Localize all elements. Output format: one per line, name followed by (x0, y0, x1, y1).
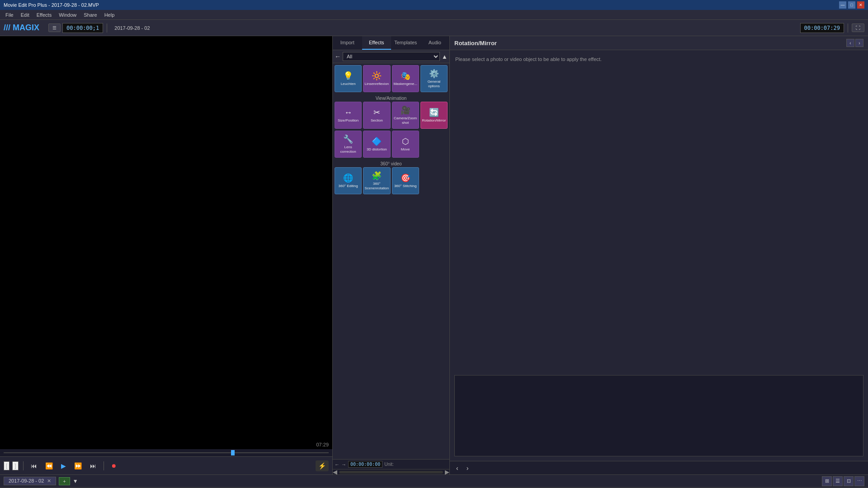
scroll-right[interactable]: ▶ (445, 469, 449, 475)
view-effects-row2: 🔧 Lens correction 🔷 3D distortion ⬡ Move (335, 131, 448, 158)
linsen-icon: 🔆 (372, 71, 382, 81)
menu-help[interactable]: Help (101, 11, 118, 19)
masken-icon: 🎭 (401, 71, 410, 81)
preview-controls: [ ] ⏮ ⏪ ▶ ⏩ ⏭ ⏺ ⚡ (0, 456, 332, 474)
360-stitch-label: 360° Stitching (394, 184, 416, 188)
prev-frame-button[interactable]: ⏪ (42, 460, 56, 471)
rotation-icon: 🔄 (429, 108, 439, 117)
effect-move[interactable]: ⬡ Move (392, 131, 419, 158)
filter-bar: ← All ▲ (333, 50, 449, 63)
minimize-button[interactable]: — (839, 1, 846, 9)
move-icon: ⬡ (402, 136, 409, 146)
right-panel: Rotation/Mirror ‹ › Please select a phot… (450, 36, 868, 474)
rp-prev-button[interactable]: ‹ (846, 39, 854, 47)
effect-section[interactable]: ✂ Section (363, 102, 390, 129)
menu-file[interactable]: File (2, 11, 17, 19)
timeline-tab-close[interactable]: ✕ (47, 478, 51, 483)
right-panel-info-text: Please select a photo or video object to… (455, 56, 863, 63)
effect-3d-distortion[interactable]: 🔷 3D distortion (363, 131, 390, 158)
360-stitch-icon: 🎯 (401, 173, 410, 183)
rp-next-button[interactable]: › (855, 39, 863, 47)
window-controls: — □ ✕ (839, 1, 864, 9)
jump-end-button[interactable]: ⏭ (87, 460, 99, 471)
timeline-header: 2017-09-28 - 02 ✕ + ▼ ⊞ ☰ ⊡ ⋯ (0, 475, 868, 488)
jump-start-button[interactable]: ⏮ (28, 460, 40, 471)
mark-in-button[interactable]: [ (4, 461, 9, 470)
general-icon: ⚙️ (429, 69, 439, 79)
dropdown-arrow[interactable]: ▼ (73, 478, 78, 484)
title-bar: Movie Edit Pro Plus - 2017-09-28 - 02.MV… (0, 0, 868, 10)
effect-camera-zoom[interactable]: 🎥 Camera/Zoom shot (392, 102, 419, 129)
maximize-button[interactable]: □ (848, 1, 855, 9)
separator-1 (107, 23, 107, 33)
distort-icon: 🔷 (372, 136, 382, 146)
timeline-tab[interactable]: 2017-09-28 - 02 ✕ (4, 477, 56, 485)
right-panel-header: Rotation/Mirror ‹ › (450, 36, 868, 50)
timeline-tab-label: 2017-09-28 - 02 (9, 478, 44, 483)
view-effects-row1: ↔ Size/Position ✂ Section 🎥 Camera/Zoom … (335, 102, 448, 129)
tab-templates[interactable]: Templates (391, 36, 420, 50)
next-frame-button[interactable]: ⏩ (71, 460, 85, 471)
effects-scrollbar[interactable] (339, 471, 443, 474)
move-label: Move (401, 147, 410, 152)
effects-scroll-area[interactable]: ◀ ▶ (333, 469, 449, 474)
effect-leuchten[interactable]: 💡 Leuchten (335, 65, 362, 92)
video360-label: 360° video (335, 160, 448, 167)
effect-lens-correction[interactable]: 🔧 Lens correction (335, 131, 362, 158)
menu-share[interactable]: Share (80, 11, 100, 19)
lens-icon: 🔧 (343, 134, 353, 144)
tab-audio[interactable]: Audio (420, 36, 450, 50)
effect-360-stitch[interactable]: 🎯 360° Stitching (392, 167, 419, 194)
fullscreen-toggle[interactable]: ⛶ (852, 23, 864, 32)
record-button[interactable]: ⏺ (108, 461, 119, 471)
effect-360-editing[interactable]: 🌐 360° Editing (335, 167, 362, 194)
camera-icon: 🎥 (401, 105, 410, 115)
effect-maskengene[interactable]: 🎭 Maskengene... (392, 65, 419, 92)
filter-scroll-up[interactable]: ▲ (442, 53, 448, 60)
effects-tabs: Import Effects Templates Audio (333, 36, 449, 50)
effect-size-position[interactable]: ↔ Size/Position (335, 102, 362, 129)
effect-rotation-mirror[interactable]: 🔄 Rotation/Mirror (420, 102, 448, 129)
rp-nav-back[interactable]: ‹ (453, 463, 461, 474)
menu-window[interactable]: Window (55, 11, 80, 19)
right-panel-title: Rotation/Mirror (454, 40, 497, 47)
mark-out-button[interactable]: ] (12, 461, 18, 470)
filter-back-button[interactable]: ← (335, 53, 341, 60)
effects-grid: 💡 Leuchten 🔆 Linsenreflexion 🎭 Maskengen… (333, 63, 449, 459)
scrubber-line (4, 452, 329, 453)
section-icon: ✂ (373, 108, 380, 117)
menu-bar: File Edit Effects Window Share Help (0, 10, 868, 20)
scroll-left[interactable]: ◀ (333, 469, 337, 475)
tab-effects[interactable]: Effects (362, 36, 392, 50)
separator-2 (848, 23, 848, 33)
menu-edit[interactable]: Edit (17, 11, 33, 19)
tl-view-3[interactable]: ⊡ (844, 476, 854, 486)
rp-nav-fwd[interactable]: › (464, 463, 472, 474)
tl-view-4[interactable]: ⋯ (854, 476, 864, 486)
scrubber-thumb[interactable] (231, 450, 235, 455)
timeline-area: 2017-09-28 - 02 ✕ + ▼ ⊞ ☰ ⊡ ⋯ ↩ ↪ 🗑 T 🚩 … (0, 474, 868, 488)
logo-area: /// MAGIX (4, 23, 39, 33)
add-track-button[interactable]: + (59, 477, 70, 485)
timecode-left: 00:00:00;1 (62, 23, 103, 33)
filter-dropdown[interactable]: All (343, 52, 440, 61)
transport-back[interactable]: ← (335, 462, 340, 467)
tl-view-2[interactable]: ☰ (833, 476, 843, 486)
close-button[interactable]: ✕ (857, 1, 864, 9)
tab-import[interactable]: Import (333, 36, 362, 50)
transport-forward[interactable]: → (341, 462, 346, 467)
hamburger-menu[interactable]: ☰ (48, 23, 61, 32)
effect-linsenreflexion[interactable]: 🔆 Linsenreflexion (363, 65, 390, 92)
camera-label: Camera/Zoom shot (393, 116, 418, 125)
smart-render-button[interactable]: ⚡ (316, 460, 329, 471)
effect-360-scene[interactable]: 🧩 360° Scenenrotation (363, 167, 390, 194)
play-button[interactable]: ▶ (58, 460, 69, 471)
linsen-label: Linsenreflexion (364, 82, 389, 86)
effect-general-options[interactable]: ⚙️ General options (420, 65, 448, 92)
menu-effects[interactable]: Effects (33, 11, 55, 19)
project-name: 2017-09-28 - 02 (111, 25, 153, 31)
tl-view-1[interactable]: ⊞ (822, 476, 832, 486)
preview-scrubber[interactable] (0, 449, 332, 456)
magix-logo-icon: /// MAGIX (4, 23, 39, 33)
360-edit-icon: 🌐 (343, 173, 353, 183)
